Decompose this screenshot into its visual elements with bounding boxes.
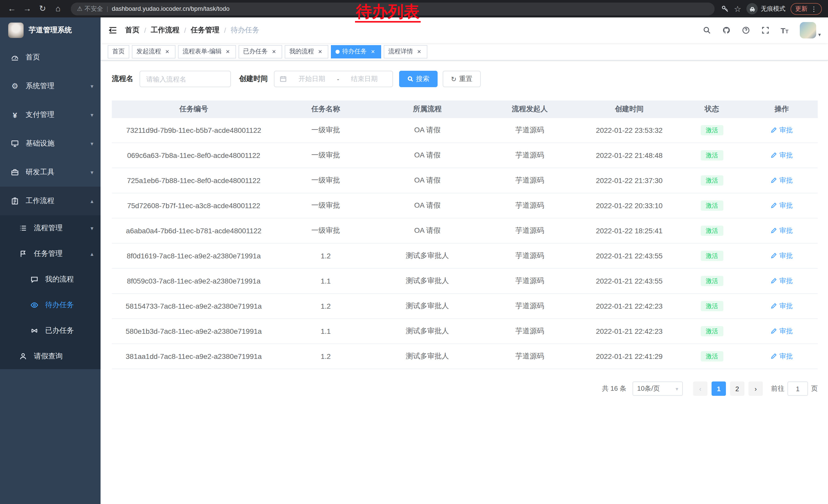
not-secure-label: 不安全 [85,4,103,13]
approve-button[interactable]: 审批 [771,201,793,210]
approve-button[interactable]: 审批 [771,226,793,235]
process-name-label: 流程名 [112,74,133,84]
process-cell: 测试多审批人 [376,302,479,311]
breadcrumb-separator: / [184,26,186,34]
sidebar-collapse-button[interactable] [100,17,125,43]
breadcrumb-workflow[interactable]: 工作流程 [151,26,179,35]
process-cell: 测试多审批人 [376,276,479,286]
process-name-input[interactable] [139,71,231,87]
sidebar-item-label: 系统管理 [26,82,90,91]
page-button-1[interactable]: 1 [711,381,726,396]
create-time-cell: 2022-01-21 22:43:55 [580,277,678,285]
approve-button[interactable]: 审批 [771,352,793,361]
tag-label: 流程详情 [388,47,413,56]
sidebar-item-todo-tasks[interactable]: 待办任务 [0,292,100,318]
actions-cell: 审批 [746,126,818,135]
starter-cell: 芋道源码 [479,201,580,210]
sidebar-item-home[interactable]: 首页 [0,43,100,72]
task-id-cell: 381aa1dd-7ac8-11ec-a9e2-a2380e71991a [112,352,276,360]
list-icon [18,224,28,232]
fullscreen-icon[interactable] [761,26,769,34]
bookmark-star-icon[interactable]: ☆ [734,4,741,13]
sidebar-item-infrastructure[interactable]: 基础设施 ▾ [0,129,100,158]
page-size-select[interactable]: 10条/页 ▾ [632,381,683,396]
browser-home-button[interactable]: ⌂ [51,2,65,15]
chevron-up-icon: ▴ [90,198,93,204]
browser-menu-icon[interactable]: ⋮ [811,5,817,12]
status-cell: 激活 [678,175,746,186]
sidebar-item-leave-query[interactable]: 请假查询 [0,343,100,369]
tab-tag-5[interactable]: 待办任务× [331,45,381,58]
process-cell: OA 请假 [376,201,479,210]
goto-page-input[interactable] [787,381,808,396]
browser-forward-button[interactable]: → [20,2,34,15]
next-page-button[interactable]: › [748,381,763,396]
create-time-cell: 2022-01-22 20:33:10 [580,201,678,210]
sidebar-item-my-process[interactable]: 我的流程 [0,267,100,292]
close-icon[interactable]: × [369,48,377,55]
close-icon[interactable]: × [164,48,171,55]
breadcrumb-task-management[interactable]: 任务管理 [191,26,219,35]
sidebar-item-devtools[interactable]: 研发工具 ▾ [0,158,100,187]
close-icon[interactable]: × [271,48,278,55]
user-menu[interactable]: ▾ [800,22,821,39]
tab-tag-2[interactable]: 流程表单-编辑× [178,45,236,58]
tab-tag-1[interactable]: 发起流程× [132,45,175,58]
sidebar-item-system[interactable]: ⚙ 系统管理 ▾ [0,72,100,100]
breadcrumb-home[interactable]: 首页 [125,26,139,35]
approve-button[interactable]: 审批 [771,176,793,185]
briefcase-icon [10,197,19,205]
prev-page-button[interactable]: ‹ [693,381,707,396]
avatar[interactable] [800,22,816,39]
page-size-value: 10条/页 [637,384,660,393]
approve-button[interactable]: 审批 [771,151,793,160]
breadcrumb-separator: / [144,26,146,34]
sidebar-item-process-management[interactable]: 流程管理 ▾ [0,215,100,241]
goto-label: 前往 [771,384,784,393]
column-header-task-name: 任务名称 [276,104,376,113]
tab-tag-3[interactable]: 已办任务× [239,45,282,58]
approve-button[interactable]: 审批 [771,276,793,286]
search-icon[interactable] [703,26,711,34]
approve-label: 审批 [780,302,793,311]
approve-button[interactable]: 审批 [771,327,793,336]
tab-tag-6[interactable]: 流程详情× [384,45,427,58]
sidebar-item-task-management[interactable]: 任务管理 ▴ [0,241,100,267]
close-icon[interactable]: × [317,48,324,55]
status-cell: 激活 [678,301,746,312]
sidebar-item-label: 任务管理 [34,249,90,259]
sidebar-item-payment[interactable]: ¥ 支付管理 ▾ [0,100,100,129]
browser-update-button[interactable]: 更新 ⋮ [791,3,822,15]
tab-tag-0[interactable]: 首页 [108,45,129,58]
actions-cell: 审批 [746,327,818,336]
approve-button[interactable]: 审批 [771,251,793,261]
sidebar-item-workflow[interactable]: 工作流程 ▴ [0,187,100,215]
browser-refresh-button[interactable]: ↻ [36,2,49,15]
not-secure-badge[interactable]: ⚠ 不安全 [77,4,103,13]
page-button-2[interactable]: 2 [730,381,744,396]
tag-label: 待办任务 [342,47,367,56]
tab-tag-4[interactable]: 我的流程× [285,45,328,58]
close-icon[interactable]: × [416,48,423,55]
help-icon[interactable] [742,26,750,34]
status-cell: 激活 [678,326,746,336]
reset-button[interactable]: ↻ 重置 [443,71,481,87]
search-button[interactable]: 搜索 [399,71,438,87]
sidebar-item-label: 请假查询 [34,352,93,361]
address-bar[interactable]: ⚠ 不安全 | dashboard.yudao.iocoder.cn/bpm/t… [71,2,714,15]
sidebar-item-done-tasks[interactable]: 已办任务 [0,318,100,343]
approve-button[interactable]: 审批 [771,302,793,311]
create-time-cell: 2022-01-21 22:42:23 [580,302,678,310]
github-icon[interactable] [722,26,730,34]
browser-back-button[interactable]: ← [5,2,18,15]
approve-label: 审批 [780,151,793,160]
status-cell: 激活 [678,150,746,161]
approve-button[interactable]: 审批 [771,126,793,135]
font-size-icon[interactable]: TT [781,27,788,34]
close-icon[interactable]: × [224,48,232,55]
date-range-picker[interactable]: 开始日期 - 结束日期 [274,71,393,87]
app-logo[interactable]: 芋道管理系统 [0,17,100,43]
chevron-down-icon: ▾ [90,111,93,118]
sidebar-item-label: 首页 [26,53,93,62]
password-key-icon[interactable] [720,5,729,13]
